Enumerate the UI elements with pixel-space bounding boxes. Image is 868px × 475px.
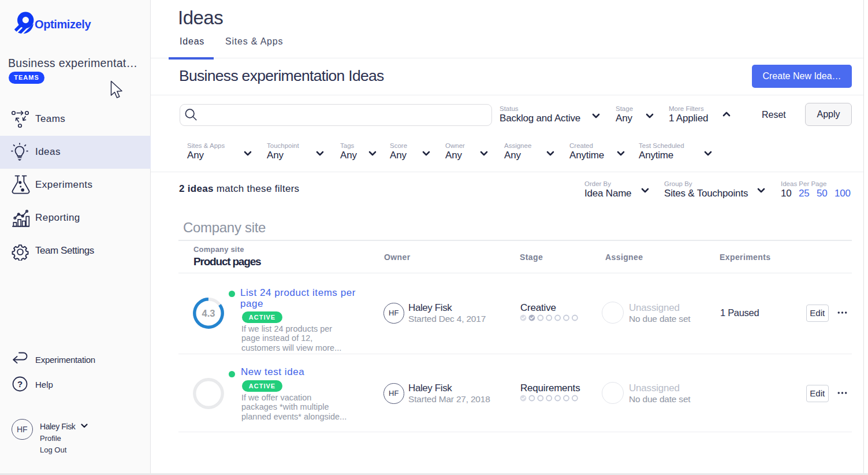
svg-text:4.3: 4.3 — [202, 308, 215, 318]
svg-text:?: ? — [17, 379, 23, 389]
